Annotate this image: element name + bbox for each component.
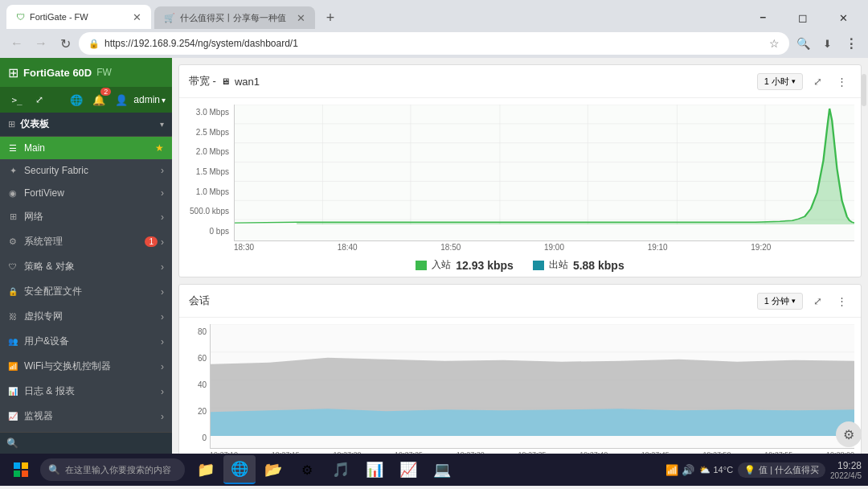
bandwidth-time-select[interactable]: 1 小时 ▾ [757, 73, 803, 90]
sessions-time-select[interactable]: 1 分钟 ▾ [757, 293, 803, 310]
window-minimize[interactable]: － [744, 6, 781, 29]
bandwidth-expand-btn[interactable]: ⤢ [808, 72, 827, 91]
url-bar[interactable]: 🔒 https://192.168.9.254/ng/system/dashbo… [79, 32, 789, 55]
fg-fw-label: FW [96, 67, 112, 78]
vpn-arrow: › [161, 311, 164, 323]
svg-rect-23 [22, 471, 28, 477]
terminal-icon[interactable]: >_ [6, 89, 27, 110]
url-text: https://192.168.9.254/ng/system/dashboar… [104, 38, 764, 49]
taskbar-app-powerpoint[interactable]: 📊 [358, 455, 391, 484]
sidebar-item-logs[interactable]: 📊 日志 & 报表 › [0, 379, 172, 404]
sidebar-item-vpn[interactable]: ⛓ 虚拟专网 › [0, 304, 172, 329]
outbound-legend: 出站 5.88 kbps [533, 258, 624, 272]
sessions-time-range: 1 分钟 [764, 295, 789, 307]
vpn-icon: ⛓ [6, 312, 19, 321]
logs-arrow: › [161, 386, 164, 397]
tab-close-active[interactable]: ✕ [133, 11, 141, 23]
download-icon[interactable]: ⬇ [817, 33, 837, 54]
security-fabric-label: Security Fabric [24, 165, 161, 176]
sidebar-search[interactable]: 🔍 [0, 432, 172, 454]
bandwidth-menu-btn[interactable]: ⋮ [832, 72, 851, 91]
system-mgmt-icon: ⚙ [6, 236, 19, 247]
sidebar-section-dashboard[interactable]: ⊞ 仪表板 ▾ [0, 113, 172, 137]
section-icon: ⊞ [8, 119, 15, 129]
extensions-area: 🔍 ⬇ ⋮ [792, 33, 862, 54]
security-fabric-icon: ✦ [6, 166, 19, 176]
sessions-widget-header: 会话 1 分钟 ▾ ⤢ ⋮ [179, 285, 861, 318]
sidebar-item-wifi[interactable]: 📶 WiFi与交换机控制器 › [0, 354, 172, 379]
system-mgmt-label: 系统管理 [24, 235, 145, 249]
start-button[interactable] [3, 455, 39, 484]
window-maximize[interactable]: ◻ [784, 6, 821, 29]
scroll-indicator[interactable] [862, 74, 866, 106]
taskbar-app-edge[interactable]: 🌐 [223, 455, 256, 484]
bandwidth-x-labels: 18:30 18:40 18:50 19:00 19:10 19:20 [234, 241, 854, 253]
search-input[interactable] [23, 438, 166, 448]
tray-datetime[interactable]: 19:28 2022/4/5 [830, 460, 862, 480]
sidebar-item-network[interactable]: ⊞ 网络 › [0, 204, 172, 229]
taskbar-app-files[interactable]: 📂 [257, 455, 289, 484]
bookmark-icon[interactable]: ☆ [769, 37, 780, 50]
tray-network-icon[interactable]: 📶 [665, 464, 678, 476]
tab-inactive[interactable]: 🛒 什么值得买丨分享每一种值 ✕ [154, 6, 315, 29]
tray-weather[interactable]: ⛅ 14°C [699, 465, 734, 475]
search-icon: 🔍 [6, 438, 18, 449]
svg-rect-21 [22, 462, 28, 469]
new-tab-button[interactable]: + [318, 6, 342, 29]
tab-active[interactable]: 🛡 FortiGate - FW ✕ [6, 5, 151, 29]
sidebar-item-monitor[interactable]: 📈 监视器 › [0, 404, 172, 429]
username-label[interactable]: admin [133, 94, 160, 105]
fortiview-arrow: › [161, 187, 164, 199]
policy-icon: 🛡 [6, 262, 19, 271]
sessions-widget: 会话 1 分钟 ▾ ⤢ ⋮ 80 60 40 [178, 284, 862, 454]
window-close[interactable]: ✕ [825, 6, 862, 29]
sidebar-item-system-mgmt[interactable]: ⚙ 系统管理 1 › [0, 229, 172, 254]
sidebar-item-policy[interactable]: 🛡 策略 & 对象 › [0, 254, 172, 279]
system-mgmt-badge: 1 [145, 236, 158, 247]
taskbar-app-explorer[interactable]: 📁 [190, 455, 222, 484]
tray-news[interactable]: 💡 值 | 什么值得买 [738, 462, 825, 478]
tray-sound-icon[interactable]: 🔊 [682, 464, 694, 476]
sidebar-item-users[interactable]: 👥 用户&设备 › [0, 329, 172, 354]
interface-name: wan1 [235, 76, 260, 88]
sidebar-item-security-profiles[interactable]: 🔒 安全配置文件 › [0, 279, 172, 304]
tab-close-inactive[interactable]: ✕ [297, 12, 305, 24]
taskbar-app-settings[interactable]: ⚙ [291, 455, 323, 484]
sidebar-items: ☰ Main ★ ✦ Security Fabric › ◉ FortiView… [0, 137, 172, 432]
sidebar-item-security-fabric[interactable]: ✦ Security Fabric › [0, 159, 172, 182]
reload-button[interactable]: ↻ [55, 33, 76, 54]
taskbar-search[interactable]: 🔍 在这里输入你要搜索的内容 [40, 458, 185, 481]
svg-marker-13 [235, 109, 854, 224]
sessions-expand-btn[interactable]: ⤢ [808, 291, 827, 310]
bandwidth-widget-header: 带宽 - 🖥 wan1 1 小时 ▾ ⤢ ⋮ [179, 65, 861, 98]
more-button[interactable]: ⋮ [841, 33, 862, 54]
logs-label: 日志 & 报表 [24, 384, 161, 398]
security-fabric-arrow: › [161, 165, 164, 176]
back-button[interactable]: ← [6, 33, 27, 54]
settings-float-btn[interactable]: ⚙ [836, 421, 862, 447]
forward-button[interactable]: → [31, 33, 51, 54]
user-dropdown-arrow[interactable]: ▾ [162, 96, 166, 105]
taskbar-search-icon: 🔍 [48, 464, 60, 475]
sidebar-top-bar: >_ ⤢ 🌐 🔔 2 👤 admin ▾ [0, 87, 172, 113]
bandwidth-chart-area: 3.0 Mbps 2.5 Mbps 2.0 Mbps 1.5 Mbps 1.0 … [179, 98, 861, 277]
sidebar-item-fortiview[interactable]: ◉ FortiView › [0, 182, 172, 204]
taskbar-app-excel[interactable]: 📈 [392, 455, 424, 484]
system-mgmt-arrow: › [161, 236, 164, 248]
users-arrow: › [161, 336, 164, 347]
expand-icon[interactable]: ⤢ [29, 89, 50, 110]
user-icon-header[interactable]: 👤 [111, 89, 132, 110]
bandwidth-legend: 入站 12.93 kbps 出站 5.88 kbps [186, 253, 854, 273]
ext-icon-1[interactable]: 🔍 [792, 33, 813, 54]
sessions-menu-btn[interactable]: ⋮ [832, 291, 851, 310]
taskbar-app-music[interactable]: 🎵 [325, 455, 357, 484]
weather-temp: 14°C [714, 465, 734, 475]
taskbar-app-extra1[interactable]: 💻 [426, 455, 458, 484]
taskbar-search-placeholder: 在这里输入你要搜索的内容 [65, 464, 171, 476]
tab-title-inactive: 什么值得买丨分享每一种值 [180, 12, 292, 24]
sessions-title: 会话 [189, 294, 210, 308]
bell-icon-wrapper[interactable]: 🔔 2 [88, 89, 109, 110]
globe-icon[interactable]: 🌐 [66, 89, 87, 110]
sidebar-item-main[interactable]: ☰ Main ★ [0, 137, 172, 159]
browser-chrome: 🛡 FortiGate - FW ✕ 🛒 什么值得买丨分享每一种值 ✕ + － … [0, 0, 868, 58]
